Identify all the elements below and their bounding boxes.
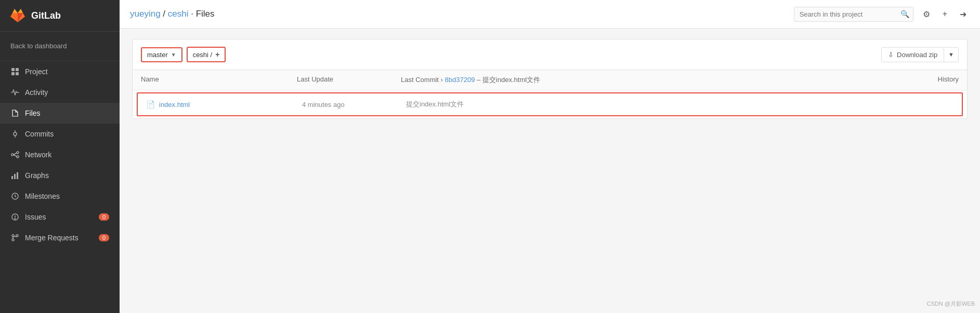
sidebar-item-merge-requests[interactable]: Merge Requests 0 — [0, 227, 120, 248]
svg-marker-5 — [12, 9, 18, 13]
sidebar-item-activity[interactable]: Activity — [0, 82, 120, 103]
commits-icon — [10, 129, 20, 139]
svg-marker-6 — [18, 9, 23, 13]
branch-chevron-icon: ▼ — [171, 52, 176, 58]
sidebar-nav: Project Activity Files Commits — [0, 61, 120, 314]
table-row: 📄 index.html 4 minutes ago 提交index.html文… — [137, 92, 963, 116]
file-name-cell[interactable]: 📄 index.html — [146, 100, 302, 108]
files-table: Name Last Update Last Commit › 8bd37209 … — [133, 70, 967, 116]
svg-rect-12 — [16, 72, 19, 75]
files-table-header: Name Last Update Last Commit › 8bd37209 … — [133, 70, 967, 90]
sidebar-item-network[interactable]: Network — [0, 144, 120, 165]
milestones-icon — [10, 192, 20, 201]
breadcrumb-user[interactable]: yueying — [130, 9, 161, 19]
sidebar-item-issues-label: Issues — [25, 213, 46, 221]
sidebar-item-issues[interactable]: Issues 0 — [0, 207, 120, 227]
path-box: ceshi / + — [187, 47, 226, 62]
top-header: yueying / ceshi · Files 🔍 ⚙ + ➜ — [120, 0, 980, 29]
sidebar-item-files[interactable]: Files — [0, 103, 120, 124]
file-name-text: index.html — [159, 101, 190, 108]
logout-icon-button[interactable]: ➜ — [957, 7, 970, 21]
col-last-update-header: Last Update — [297, 75, 401, 85]
search-input[interactable] — [794, 7, 913, 22]
download-zip-label: Download zip — [897, 51, 937, 59]
sidebar: GitLab Back to dashboard Project Activit… — [0, 0, 120, 313]
sidebar-item-activity-label: Activity — [25, 88, 48, 97]
sidebar-item-milestones-label: Milestones — [25, 192, 60, 200]
files-icon — [10, 108, 20, 118]
sidebar-item-project-label: Project — [25, 67, 48, 76]
branch-selector[interactable]: master ▼ — [141, 47, 182, 62]
issues-icon — [10, 212, 20, 222]
sidebar-item-milestones[interactable]: Milestones — [0, 186, 120, 207]
activity-icon — [10, 88, 20, 97]
search-icon-button[interactable]: 🔍 — [900, 10, 909, 18]
sidebar-logo[interactable]: GitLab — [0, 0, 120, 32]
col-last-commit-header: Last Commit › 8bd37209 – 提交index.html文件 — [401, 75, 917, 85]
issues-badge: 0 — [99, 213, 109, 221]
svg-point-18 — [17, 156, 19, 158]
branch-name: master — [147, 51, 168, 59]
svg-rect-21 — [11, 176, 13, 179]
branch-bar: master ▼ ceshi / + ⇩ Download zip ▼ — [133, 39, 967, 70]
settings-icon-button[interactable]: ⚙ — [920, 7, 933, 21]
merge-requests-badge: 0 — [99, 234, 109, 241]
add-file-button[interactable]: + — [215, 50, 219, 59]
page-title: yueying / ceshi · Files — [130, 9, 215, 19]
sidebar-item-graphs[interactable]: Graphs — [0, 165, 120, 186]
back-to-dashboard[interactable]: Back to dashboard — [0, 32, 120, 61]
sidebar-item-graphs-label: Graphs — [25, 171, 49, 180]
path-label: ceshi / — [193, 51, 213, 59]
download-zip-dropdown-button[interactable]: ▼ — [944, 47, 959, 62]
svg-rect-9 — [11, 68, 15, 71]
sidebar-item-merge-requests-label: Merge Requests — [25, 234, 79, 242]
content-area: master ▼ ceshi / + ⇩ Download zip ▼ — [120, 29, 980, 313]
svg-rect-23 — [17, 172, 18, 179]
last-update-cell: 4 minutes ago — [302, 101, 406, 108]
last-commit-cell: 提交index.html文件 — [406, 100, 912, 109]
watermark: CSDN @月影WEB — [927, 300, 975, 308]
gitlab-logo-icon — [9, 7, 26, 24]
sidebar-item-commits[interactable]: Commits — [0, 124, 120, 144]
col-history-header: History — [917, 75, 959, 85]
merge-icon — [10, 233, 20, 242]
project-icon — [10, 67, 20, 76]
network-icon — [10, 150, 20, 159]
sidebar-item-project[interactable]: Project — [0, 61, 120, 82]
svg-line-19 — [14, 153, 17, 155]
sidebar-item-commits-label: Commits — [25, 130, 54, 138]
download-zip-button[interactable]: ⇩ Download zip — [881, 47, 944, 62]
commit-msg-header: 提交index.html文件 — [482, 76, 540, 84]
svg-rect-22 — [14, 174, 16, 179]
svg-point-13 — [14, 132, 17, 135]
svg-rect-11 — [11, 72, 15, 75]
search-container: 🔍 — [794, 7, 913, 22]
svg-point-16 — [11, 154, 14, 156]
svg-line-20 — [14, 155, 17, 157]
breadcrumb-project[interactable]: ceshi — [168, 9, 189, 19]
header-right: 🔍 ⚙ + ➜ — [794, 7, 970, 22]
file-icon: 📄 — [146, 100, 155, 108]
svg-rect-10 — [16, 68, 19, 71]
sidebar-item-files-label: Files — [25, 109, 41, 117]
graphs-icon — [10, 171, 20, 180]
main-content: yueying / ceshi · Files 🔍 ⚙ + ➜ master ▼ — [120, 0, 980, 313]
col-name-header: Name — [141, 75, 297, 85]
commit-hash-header[interactable]: 8bd37209 — [445, 76, 475, 84]
svg-point-17 — [17, 152, 19, 154]
download-icon: ⇩ — [888, 51, 894, 59]
add-icon-button[interactable]: + — [939, 7, 950, 21]
branch-left: master ▼ ceshi / + — [141, 47, 226, 62]
svg-point-27 — [15, 218, 15, 219]
sidebar-item-network-label: Network — [25, 151, 51, 159]
files-panel: master ▼ ceshi / + ⇩ Download zip ▼ — [132, 39, 968, 119]
sidebar-logo-text: GitLab — [31, 10, 61, 21]
download-group: ⇩ Download zip ▼ — [881, 47, 959, 62]
